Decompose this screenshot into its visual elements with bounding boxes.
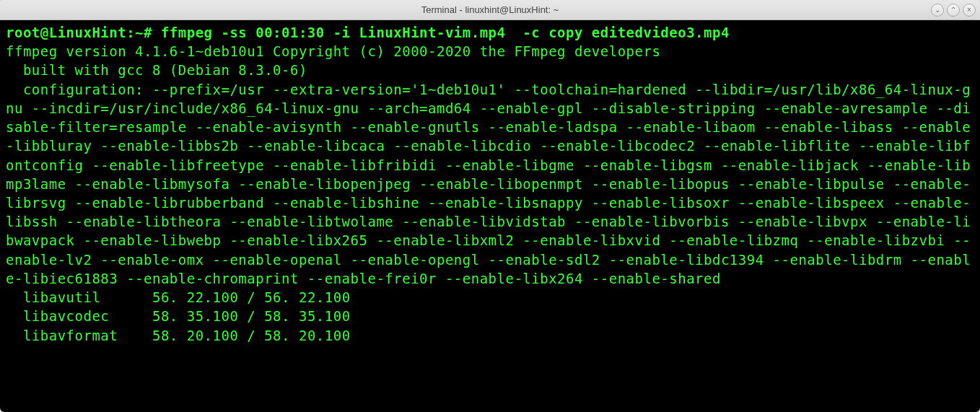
shell-command: ffmpeg -ss 00:01:30 -i LinuxHint-vim.mp4… <box>161 25 730 40</box>
terminal-body[interactable]: root@LinuxHint:~# ffmpeg -ss 00:01:30 -i… <box>0 20 980 412</box>
minimize-button[interactable]: ⌄ <box>931 4 944 17</box>
maximize-button[interactable]: ⌃ <box>947 4 960 17</box>
titlebar[interactable]: Terminal - linuxhint@LinuxHint: ~ ⌄ ⌃ × <box>0 0 980 20</box>
terminal-window: Terminal - linuxhint@LinuxHint: ~ ⌄ ⌃ × … <box>0 0 980 412</box>
shell-prompt: root@LinuxHint:~# <box>6 25 161 40</box>
window-title: Terminal - linuxhint@LinuxHint: ~ <box>4 4 976 15</box>
window-buttons: ⌄ ⌃ × <box>931 4 976 17</box>
shell-output: ffmpeg version 4.1.6-1~deb10u1 Copyright… <box>6 43 971 343</box>
terminal-content: root@LinuxHint:~# ffmpeg -ss 00:01:30 -i… <box>6 23 974 345</box>
close-button[interactable]: × <box>963 4 976 17</box>
